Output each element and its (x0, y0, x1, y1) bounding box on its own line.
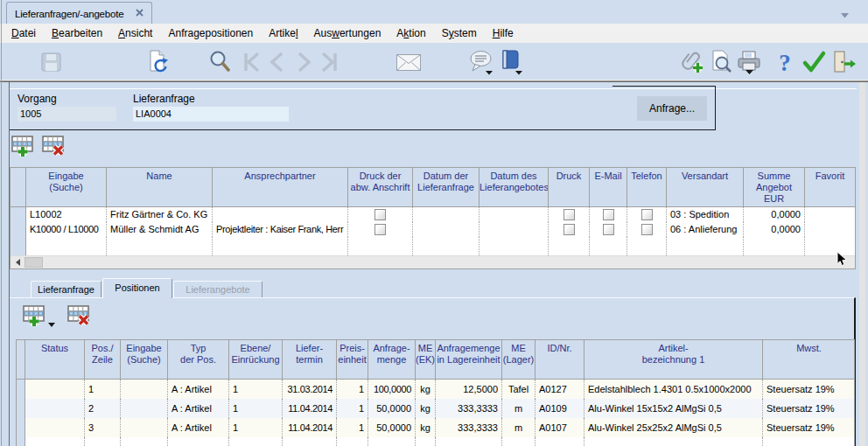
grid1-row[interactable]: K10000 / L10000Müller & Schmidt AGProjek… (10, 222, 855, 237)
menu-item-auswertungen[interactable]: Auswertungen (306, 24, 389, 43)
grid1-header-cell[interactable]: Druck der abw. Anschrift (348, 168, 413, 206)
grid1-checkbox-unchecked[interactable] (603, 209, 614, 220)
nav-first-icon[interactable] (238, 49, 264, 75)
grid2-header-cell[interactable]: Anfrage- menge (368, 340, 416, 379)
menu-item-bearbeiten[interactable]: Bearbeiten (44, 24, 110, 43)
anfrage-button[interactable]: Anfrage... (637, 96, 707, 121)
grid1-header-cell[interactable]: Telefon (627, 168, 667, 206)
grid2-header-cell[interactable]: ME (Lager) (502, 340, 536, 379)
tab-positionen[interactable]: Positionen (102, 278, 172, 298)
menu-item-anfragepositionen[interactable]: Anfragepositionen (160, 24, 261, 43)
grid2-cell[interactable]: A : Artikel (168, 418, 229, 437)
grid1-cell[interactable] (413, 222, 480, 237)
grid1-checkbox-unchecked[interactable] (564, 224, 575, 235)
grid2-row[interactable]: 3A : Artikel111.04.2014150,0000kg333,333… (17, 418, 854, 437)
grid2-cell[interactable]: kg (416, 418, 436, 437)
grid2-cell[interactable]: 333,3333 (436, 399, 502, 418)
grid2-cell[interactable]: A : Artikel (168, 399, 229, 418)
grid2-cell[interactable]: 3 (85, 418, 121, 437)
menu-item-aktion[interactable]: Aktion (388, 24, 433, 43)
print-icon[interactable] (736, 49, 762, 75)
grid2-cell[interactable] (17, 399, 25, 418)
grid2-cell[interactable]: 1 (85, 380, 121, 399)
grid2-cell[interactable]: Steuersatz 19% (763, 380, 855, 399)
grid2-cell[interactable]: 2 (85, 399, 121, 418)
grid1-cell[interactable]: Müller & Schmidt AG (107, 222, 213, 237)
menu-item-hilfe[interactable]: Hilfe (485, 24, 522, 43)
grid1-header-cell[interactable]: Name (107, 168, 213, 206)
document-tab[interactable]: Lieferanfragen/-angebote (6, 2, 152, 24)
grid2-cell[interactable]: kg (416, 380, 436, 399)
vertical-scrollbar[interactable] (859, 82, 865, 446)
grid1-cell[interactable] (413, 207, 480, 222)
grid2-add-dropdown-icon[interactable] (48, 315, 55, 331)
tab-overflow-chevron-icon[interactable] (841, 6, 849, 22)
grid2-cell[interactable] (121, 418, 168, 437)
grid2-cell[interactable]: 12,5000 (436, 380, 502, 399)
exit-icon[interactable] (830, 49, 857, 75)
grid2-cell[interactable]: kg (416, 399, 436, 418)
grid1-checkbox-unchecked[interactable] (603, 224, 614, 235)
grid1-header-cell[interactable]: Ansprechpartner (213, 168, 348, 206)
grid1-cell[interactable]: Projektleiter : Kaiser Frank, Herr (213, 222, 348, 237)
grid2-cell[interactable]: 1 (337, 418, 368, 437)
grid2-header-cell[interactable]: Eingabe (Suche) (121, 340, 168, 379)
grid1-cell[interactable]: 03 : Spedition (667, 207, 744, 222)
nav-next-icon[interactable] (290, 49, 317, 75)
grid2-cell[interactable]: 50,0000 (368, 418, 416, 437)
grid2-cell[interactable] (25, 399, 85, 418)
grid2-cell[interactable]: A : Artikel (168, 380, 229, 399)
grid2-cell[interactable] (121, 380, 168, 399)
help-icon[interactable]: ? (773, 49, 799, 75)
grid2-cell[interactable]: 333,3333 (436, 418, 502, 437)
menu-item-ansicht[interactable]: Ansicht (110, 24, 160, 43)
mail-icon[interactable] (396, 49, 422, 75)
grid2-header-cell[interactable]: Ebene/ Einrückung (229, 340, 283, 379)
grid2-header-cell[interactable]: ME (EK) (416, 340, 436, 379)
grid1-cell[interactable]: L10002 (26, 207, 107, 222)
grid2-row[interactable]: 1A : Artikel131.03.20141100,0000kg12,500… (17, 380, 854, 399)
tab-lieferangebote[interactable]: Lieferangebote (173, 281, 262, 297)
grid1-cell[interactable]: K10000 / L10000 (26, 222, 107, 237)
grid1-header-cell[interactable]: Druck (549, 168, 590, 206)
grid2-cell[interactable]: Alu-Winkel 15x15x2 AlMgSi 0,5 (584, 399, 763, 418)
grid2-cell[interactable]: 1 (229, 399, 283, 418)
grid2-cell[interactable]: 11.04.2014 (283, 418, 337, 437)
tab-lieferanfrage[interactable]: Lieferanfrage (31, 281, 102, 297)
grid1-header-cell[interactable]: E-Mail (590, 168, 627, 206)
grid2-cell[interactable] (17, 380, 25, 399)
grid2-cell[interactable]: 11.04.2014 (283, 399, 337, 418)
grid2-header-cell[interactable] (17, 340, 25, 379)
grid1-cell[interactable]: 0,0000 (744, 222, 805, 237)
grid2-header-cell[interactable]: Mwst. (763, 340, 855, 379)
grid1-header-cell[interactable]: Datum der Lieferanfrage (413, 168, 480, 206)
menu-item-system[interactable]: System (434, 24, 485, 43)
grid2-cell[interactable]: m (502, 399, 536, 418)
grid1-header-cell[interactable]: Eingabe (Suche) (26, 168, 107, 206)
grid2-cell[interactable]: 100,0000 (368, 380, 416, 399)
grid1-cell[interactable] (10, 207, 26, 222)
lieferanfrage-field[interactable]: LIA0004 (133, 107, 289, 122)
grid2-cell[interactable]: 1 (337, 399, 368, 418)
refresh-document-icon[interactable] (145, 49, 172, 75)
grid2-cell[interactable]: A0109 (536, 399, 584, 418)
menu-item-datei[interactable]: Datei (4, 24, 44, 43)
grid1-cell[interactable]: 0,0000 (744, 207, 805, 222)
grid1-cell[interactable]: 06 : Anlieferung (667, 222, 744, 237)
grid1-cell[interactable] (10, 222, 26, 237)
grid1-cell[interactable]: Fritz Gärtner & Co. KG (107, 207, 213, 222)
grid2-cell[interactable]: 50,0000 (368, 399, 416, 418)
grid1-cell[interactable] (805, 207, 855, 222)
grid2-header-cell[interactable]: Artikel- bezeichnung 1 (584, 340, 763, 379)
grid2-cell[interactable]: Alu-Winkel 25x25x2 AlMgSi 0,5 (584, 418, 763, 437)
grid1-header-cell[interactable] (10, 168, 26, 206)
grid2-header-cell[interactable]: Anfragemenge in Lagereinheit (436, 340, 502, 379)
hscroll-left-arrow[interactable] (10, 256, 24, 268)
grid2-cell[interactable]: A0127 (536, 380, 584, 399)
grid2-cell[interactable] (121, 399, 168, 418)
grid2-cell[interactable]: Tafel (502, 380, 536, 399)
grid2-cell[interactable]: 1 (229, 380, 283, 399)
grid1-checkbox-unchecked[interactable] (374, 209, 386, 220)
grid1-cell[interactable] (480, 207, 549, 222)
grid1-checkbox-unchecked[interactable] (374, 224, 386, 235)
